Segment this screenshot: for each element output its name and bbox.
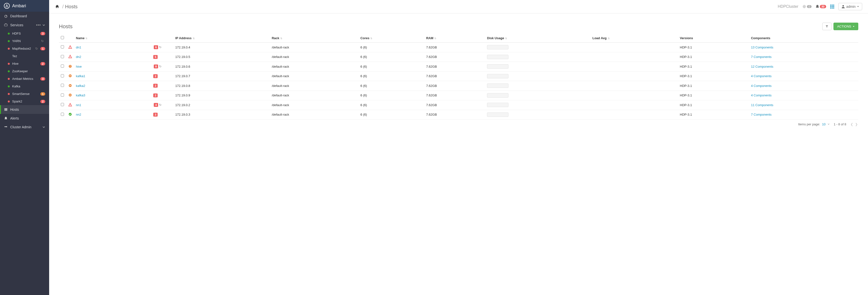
sidebar-service-hive[interactable]: Hive2 [0, 60, 49, 67]
restart-icon: ↻ [159, 65, 161, 68]
load-cell [590, 110, 678, 119]
nav-dashboard[interactable]: Dashboard [0, 12, 49, 21]
ram-cell: 7.62GB [424, 52, 485, 62]
restart-icon: ↻ [159, 46, 161, 49]
disk-usage-bar [487, 64, 508, 69]
next-page-button[interactable]: ❯ [855, 122, 858, 126]
row-checkbox[interactable] [61, 64, 64, 68]
services-more-icon[interactable]: ••• [36, 23, 41, 27]
components-link[interactable]: 7 Components [751, 55, 772, 59]
row-checkbox[interactable] [61, 55, 64, 58]
alert-count-badge[interactable]: 5 [153, 55, 158, 59]
col-cores[interactable]: Cores⇅ [359, 34, 424, 42]
actions-button[interactable]: ACTIONS [833, 23, 858, 30]
version-cell: HDP-3.1 [678, 81, 749, 91]
sidebar-service-ambari-metrics[interactable]: Ambari Metrics3 [0, 75, 49, 83]
sidebar-service-smartsense[interactable]: SmartSense1 [0, 90, 49, 98]
nav-cluster-admin-label: Cluster Admin [10, 125, 42, 129]
ip-cell: 172.19.0.5 [173, 52, 270, 62]
components-link[interactable]: 7 Components [751, 113, 772, 116]
alert-count-badge[interactable]: 8 [154, 64, 158, 68]
col-ram[interactable]: RAM⇅ [424, 34, 485, 42]
host-name-link[interactable]: hive [76, 65, 154, 68]
sidebar-service-yarn[interactable]: YARN↻ [0, 37, 49, 45]
nav-services[interactable]: Services ••• [0, 21, 49, 30]
row-checkbox[interactable] [61, 45, 64, 49]
sidebar-service-kafka[interactable]: Kafka [0, 83, 49, 90]
row-checkbox[interactable] [61, 84, 64, 87]
host-name-link[interactable]: dn1 [76, 46, 154, 49]
alerts-button[interactable]: 30 [815, 5, 826, 8]
home-icon[interactable] [55, 4, 59, 9]
nav-alerts[interactable]: Alerts [0, 114, 49, 123]
alert-count-badge[interactable]: 6 [154, 45, 158, 49]
filter-button[interactable] [822, 23, 832, 30]
sidebar-service-tez[interactable]: Tez [0, 52, 49, 60]
sidebar-service-hdfs[interactable]: HDFS3 [0, 30, 49, 37]
svg-point-5 [804, 6, 805, 7]
chevron-down-icon[interactable] [42, 126, 45, 128]
sidebar-service-zookeeper[interactable]: ZooKeeper [0, 67, 49, 75]
select-all-checkbox[interactable] [61, 36, 64, 39]
col-disk[interactable]: Disk Usage⇅ [485, 34, 590, 42]
service-name: Spark2 [12, 99, 39, 103]
nav-cluster-admin[interactable]: Cluster Admin [0, 123, 49, 131]
components-link[interactable]: 4 Components [751, 93, 772, 97]
row-checkbox[interactable] [61, 93, 64, 97]
status-dot-icon [8, 40, 10, 42]
row-checkbox[interactable] [61, 74, 64, 78]
host-name-link[interactable]: kafka3 [76, 93, 153, 97]
chevron-down-icon[interactable] [42, 24, 45, 27]
host-name-link[interactable]: kafka1 [76, 74, 153, 78]
col-load[interactable]: Load Avg⇅ [590, 34, 678, 42]
prev-page-button[interactable]: ❮ [850, 122, 853, 126]
svg-rect-1 [4, 24, 7, 26]
service-name: SmartSense [12, 92, 39, 96]
hosts-table: Name⇅ IP Address⇅ Rack⇅ Cores⇅ RAM⇅ Disk… [59, 34, 858, 119]
components-link[interactable]: 4 Components [751, 74, 772, 78]
version-cell: HDP-3.1 [678, 100, 749, 110]
svg-rect-26 [69, 85, 71, 86]
svg-rect-11 [833, 6, 834, 7]
version-cell: HDP-3.1 [678, 71, 749, 81]
bell-count: 30 [820, 5, 826, 8]
sidebar-service-mapreduce2[interactable]: MapReduce2↻1 [0, 45, 49, 52]
components-link[interactable]: 4 Components [751, 84, 772, 88]
table-row: nn1 4 ↻ 172.19.0.2 /default-rack 6 (6) 7… [59, 100, 858, 110]
service-name: Tez [12, 54, 45, 58]
status-dot-icon [8, 78, 10, 80]
alert-count-badge[interactable]: 2 [153, 84, 158, 88]
items-per-page-select[interactable]: 10 [822, 122, 830, 126]
load-cell [590, 81, 678, 91]
nav-hosts[interactable]: Hosts [0, 105, 49, 114]
row-checkbox[interactable] [61, 113, 64, 116]
components-link[interactable]: 11 Components [751, 103, 773, 107]
components-link[interactable]: 13 Components [751, 46, 773, 49]
host-name-link[interactable]: kafka2 [76, 84, 153, 88]
sidebar-brand[interactable]: Ambari [0, 0, 49, 12]
background-ops-button[interactable]: 0 [802, 4, 811, 9]
service-name: YARN [12, 39, 41, 43]
disk-usage-bar [487, 103, 508, 107]
row-checkbox[interactable] [61, 103, 64, 106]
components-link[interactable]: 12 Components [751, 65, 773, 68]
sidebar-service-spark2[interactable]: Spark22 [0, 98, 49, 105]
col-ip[interactable]: IP Address⇅ [173, 34, 270, 42]
alert-count-badge[interactable]: 3 [153, 113, 158, 117]
svg-rect-13 [832, 7, 833, 8]
alert-count-badge[interactable]: 2 [153, 74, 158, 78]
alert-count-badge[interactable]: 2 [153, 93, 158, 97]
col-rack[interactable]: Rack⇅ [270, 34, 359, 42]
apps-menu-button[interactable] [830, 4, 834, 9]
col-name[interactable]: Name⇅ [74, 34, 163, 42]
host-status-icon [68, 64, 72, 68]
cluster-name[interactable]: HDPCluster [778, 4, 798, 9]
alert-count-badge[interactable]: 4 [154, 103, 158, 107]
topbar: / Hosts HDPCluster 0 30 admin [49, 0, 868, 13]
user-menu-button[interactable]: admin [838, 3, 862, 10]
host-name-link[interactable]: dn2 [76, 55, 153, 59]
svg-rect-12 [830, 7, 831, 8]
host-name-link[interactable]: nn1 [76, 103, 154, 107]
cores-cell: 6 (6) [359, 110, 424, 119]
host-name-link[interactable]: nn2 [76, 113, 153, 116]
